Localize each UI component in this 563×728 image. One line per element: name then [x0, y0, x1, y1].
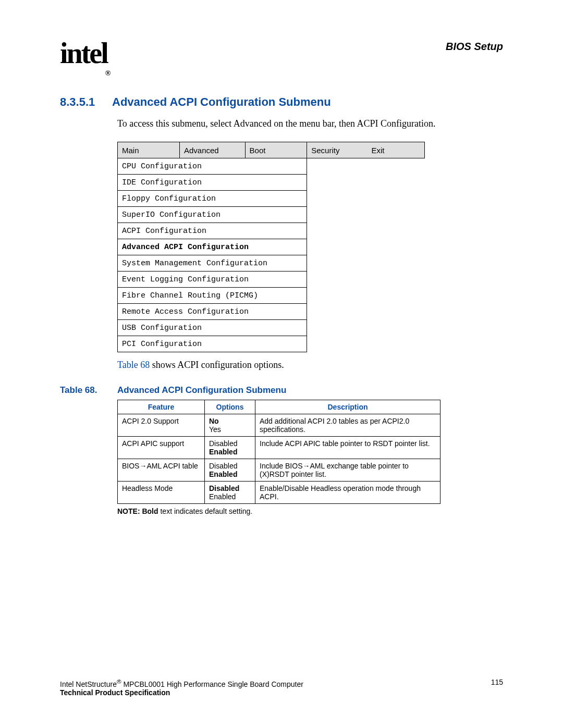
menu-list-row: Advanced ACPI Configuration [118, 239, 425, 255]
menu-list-item: USB Configuration [118, 320, 307, 336]
menu-tab-security: Security [307, 142, 368, 158]
config-description: Enable/Disable Headless operation mode t… [255, 482, 440, 504]
logo-text: intel [60, 37, 107, 69]
menu-list-row: PCI Configuration [118, 336, 425, 352]
config-options: DisabledEnabled [205, 482, 255, 504]
col-header-options: Options [205, 400, 255, 414]
menu-list-spacer [307, 158, 425, 175]
menu-list-spacer [307, 288, 425, 304]
config-feature: ACPI 2.0 Support [118, 414, 205, 437]
menu-bar-row: Main Advanced Boot Security Exit [118, 142, 425, 158]
footer-line1: Intel NetStructure® MPCBL0001 High Perfo… [60, 678, 503, 688]
menu-list-spacer [307, 175, 425, 191]
menu-list-row: Floppy Configuration [118, 191, 425, 207]
section-title: Advanced ACPI Configuration Submenu [112, 95, 331, 108]
menu-tab-main: Main [118, 142, 180, 158]
page-number: 115 [491, 678, 503, 686]
document-page: intel® BIOS Setup 8.3.5.1Advanced ACPI C… [0, 0, 563, 728]
config-description: Include BIOS→AML exchange table pointer … [255, 459, 440, 482]
config-description: Add additional ACPI 2.0 tables as per AC… [255, 414, 440, 437]
config-row: ACPI 2.0 SupportNoYesAdd additional ACPI… [118, 414, 440, 437]
config-feature: ACPI APIC support [118, 437, 205, 459]
menu-list-row: Fibre Channel Routing (PICMG) [118, 288, 425, 304]
menu-list-row: SuperIO Configuration [118, 207, 425, 223]
menu-list-item: ACPI Configuration [118, 223, 307, 239]
menu-list-spacer [307, 320, 425, 336]
registered-icon: ® [105, 69, 109, 77]
menu-list-row: USB Configuration [118, 320, 425, 336]
table-reference-link[interactable]: Table 68 [117, 360, 150, 370]
config-options: NoYes [205, 414, 255, 437]
menu-list-item: PCI Configuration [118, 336, 307, 352]
menu-list-spacer [307, 191, 425, 207]
menu-list-item: CPU Configuration [118, 158, 307, 175]
menu-list-row: System Management Configuration [118, 255, 425, 272]
menu-list-item: Fibre Channel Routing (PICMG) [118, 288, 307, 304]
menu-list-spacer [307, 223, 425, 239]
registered-icon: ® [117, 678, 121, 685]
table-caption-number: Table 68. [60, 385, 117, 396]
footer-line2: Technical Product Specification [60, 688, 503, 697]
config-description: Include ACPI APIC table pointer to RSDT … [255, 437, 440, 459]
pre-table-suffix: shows ACPI configuration options. [150, 360, 284, 370]
config-feature: BIOS→AML ACPI table [118, 459, 205, 482]
footer-suffix: MPCBL0001 High Performance Single Board … [121, 680, 303, 688]
col-header-description: Description [255, 400, 440, 414]
table-caption-title: Advanced ACPI Configuration Submenu [117, 385, 286, 395]
bios-menu-table: Main Advanced Boot Security Exit CPU Con… [117, 142, 425, 352]
page-footer: Intel NetStructure® MPCBL0001 High Perfo… [60, 678, 503, 697]
footer-prefix: Intel NetStructure [60, 680, 117, 688]
menu-list-spacer [307, 304, 425, 320]
menu-list-item: Advanced ACPI Configuration [118, 239, 307, 255]
config-feature: Headless Mode [118, 482, 205, 504]
pre-table-text: Table 68 shows ACPI configuration option… [117, 360, 503, 371]
menu-list-item: IDE Configuration [118, 175, 307, 191]
menu-list-item: System Management Configuration [118, 255, 307, 272]
menu-list-item: Floppy Configuration [118, 191, 307, 207]
config-options: DisabledEnabled [205, 459, 255, 482]
menu-list-item: SuperIO Configuration [118, 207, 307, 223]
config-row: Headless ModeDisabledEnabledEnable/Disab… [118, 482, 440, 504]
config-options: DisabledEnabled [205, 437, 255, 459]
col-header-feature: Feature [118, 400, 205, 414]
menu-list-row: ACPI Configuration [118, 223, 425, 239]
menu-list-item: Event Logging Configuration [118, 272, 307, 288]
menu-list-row: IDE Configuration [118, 175, 425, 191]
menu-list-spacer [307, 239, 425, 255]
menu-list-row: Event Logging Configuration [118, 272, 425, 288]
menu-tab-advanced: Advanced [179, 142, 245, 158]
menu-list-spacer [307, 272, 425, 288]
section-number: 8.3.5.1 [60, 95, 112, 109]
note-rest: text indicates default setting. [158, 507, 253, 515]
menu-list-row: Remote Access Configuration [118, 304, 425, 320]
intel-logo: intel® [60, 36, 111, 71]
config-row: BIOS→AML ACPI tableDisabledEnabledInclud… [118, 459, 440, 482]
menu-tab-exit: Exit [367, 142, 424, 158]
page-header: intel® BIOS Setup [60, 36, 503, 71]
table-caption: Table 68.Advanced ACPI Configuration Sub… [60, 385, 503, 396]
config-header-row: Feature Options Description [118, 400, 440, 414]
intro-paragraph: To access this submenu, select Advanced … [117, 118, 503, 129]
menu-list-spacer [307, 336, 425, 352]
menu-tab-boot: Boot [245, 142, 307, 158]
menu-list-spacer [307, 207, 425, 223]
table-note: NOTE: Bold text indicates default settin… [117, 507, 503, 515]
note-bold-word: Bold [142, 507, 158, 515]
section-heading: 8.3.5.1Advanced ACPI Configuration Subme… [60, 95, 503, 109]
menu-list-item: Remote Access Configuration [118, 304, 307, 320]
menu-list-spacer [307, 255, 425, 272]
note-label: NOTE: [117, 507, 140, 515]
config-table: Feature Options Description ACPI 2.0 Sup… [117, 400, 440, 504]
menu-list-row: CPU Configuration [118, 158, 425, 175]
header-title: BIOS Setup [446, 36, 503, 53]
config-row: ACPI APIC supportDisabledEnabledInclude … [118, 437, 440, 459]
